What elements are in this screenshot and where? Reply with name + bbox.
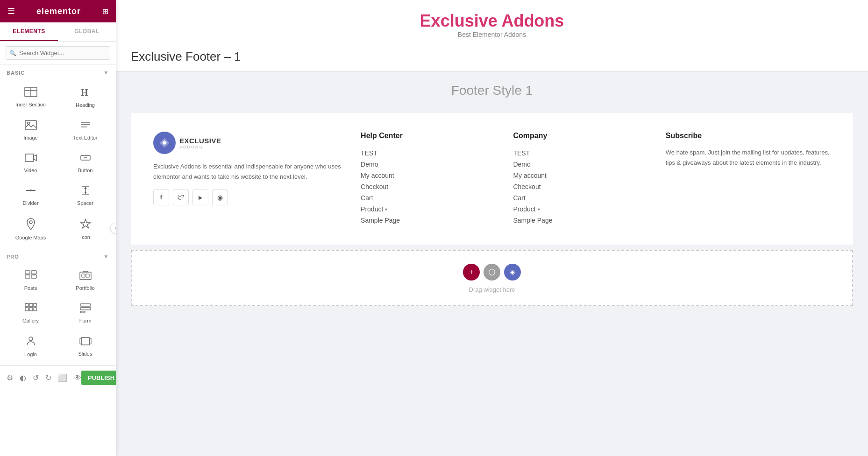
company-link-sample[interactable]: Sample Page — [513, 217, 650, 224]
portfolio-icon — [79, 270, 92, 282]
svg-point-17 — [29, 221, 32, 224]
svg-point-34 — [29, 337, 33, 341]
sidebar-tabs: ELEMENTS GLOBAL — [0, 22, 116, 42]
canvas: Footer Style 1 EXC — [116, 72, 868, 456]
main-content: Exclusive Addons Best Elementor Addons E… — [116, 0, 868, 456]
list-item: My account — [361, 170, 498, 181]
youtube-icon[interactable]: ▶ — [192, 189, 208, 205]
company-links: TEST Demo My account Checkout Cart Produ… — [513, 147, 650, 226]
widget-button[interactable]: Button — [58, 146, 112, 178]
widget-gallery[interactable]: Gallery — [4, 296, 57, 328]
widget-posts[interactable]: Posts — [4, 264, 57, 295]
move-widget-button[interactable]: ⬡ — [484, 264, 500, 281]
gallery-icon — [25, 303, 37, 315]
help-link-sample[interactable]: Sample Page — [361, 217, 498, 224]
google-maps-icon — [26, 218, 36, 232]
company-link-checkout[interactable]: Checkout — [513, 183, 650, 190]
add-widget-button[interactable]: + — [463, 264, 480, 281]
tab-elements[interactable]: ELEMENTS — [0, 22, 58, 41]
widget-video[interactable]: Video — [4, 146, 57, 178]
widget-search-container: 🔍 — [0, 42, 116, 65]
svg-rect-35 — [81, 337, 90, 345]
help-link-cart[interactable]: Cart — [361, 194, 498, 202]
svg-text:H: H — [81, 87, 88, 98]
list-item: Sample Page — [513, 215, 650, 226]
help-link-demo[interactable]: Demo — [361, 161, 498, 168]
svg-rect-25 — [25, 303, 28, 307]
help-link-checkout[interactable]: Checkout — [361, 183, 498, 190]
widget-portfolio[interactable]: Portfolio — [58, 264, 112, 295]
widget-heading[interactable]: H Heading — [58, 80, 112, 112]
widget-image[interactable]: Image — [4, 113, 57, 145]
widget-divider[interactable]: Divider — [4, 179, 57, 210]
facebook-icon[interactable]: f — [153, 189, 169, 205]
company-link-test[interactable]: TEST — [513, 149, 650, 157]
help-link-myaccount[interactable]: My account — [361, 172, 498, 179]
widget-heading-label: Heading — [76, 102, 95, 108]
widget-form-label: Form — [79, 318, 92, 323]
bottom-icons-group: ⚙ ◐ ↺ ↻ ⬜ 👁 — [7, 373, 81, 382]
text-editor-icon — [79, 120, 92, 132]
widget-text-editor-label: Text Editor — [73, 135, 98, 140]
company-link-product[interactable]: Product ▾ — [513, 205, 650, 213]
brand-logo-icon — [153, 132, 176, 154]
tab-global[interactable]: GLOBAL — [58, 22, 116, 41]
instagram-icon[interactable]: ◉ — [212, 189, 228, 205]
dropdown-arrow-icon: ▾ — [538, 207, 540, 212]
list-item: Product ▾ — [361, 203, 498, 215]
logo-widget-button[interactable]: ◈ — [504, 264, 521, 281]
svg-point-5 — [27, 122, 29, 125]
company-link-demo[interactable]: Demo — [513, 161, 650, 168]
dropdown-arrow-icon: ▾ — [385, 207, 387, 212]
brand-logo-text: EXCLUSIVE ADDONS — [179, 137, 221, 149]
subscribe-heading: Subscribe — [666, 132, 831, 140]
help-center-links: TEST Demo My account Checkout Cart Produ… — [361, 147, 498, 226]
widget-icon[interactable]: Icon — [58, 211, 112, 245]
responsive-icon[interactable]: ⬜ — [58, 373, 67, 382]
svg-rect-28 — [25, 308, 28, 311]
image-icon — [25, 120, 37, 132]
widget-posts-label: Posts — [24, 285, 37, 291]
widget-inner-section[interactable]: Inner Section — [4, 80, 57, 112]
theme-icon[interactable]: ◐ — [20, 373, 26, 382]
section-basic-header[interactable]: BASIC ▼ — [0, 65, 116, 80]
eye-icon[interactable]: 👁 — [74, 374, 81, 382]
publish-button[interactable]: PUBLISH — [81, 371, 116, 385]
widget-slides[interactable]: Slides — [58, 329, 112, 362]
widget-google-maps[interactable]: Google Maps — [4, 211, 57, 245]
chevron-pro-icon: ▼ — [103, 253, 109, 260]
icon-widget-icon — [80, 218, 91, 232]
settings-icon[interactable]: ⚙ — [7, 373, 13, 382]
company-link-cart[interactable]: Cart — [513, 194, 650, 202]
hamburger-icon[interactable]: ☰ — [7, 6, 15, 16]
grid-icon[interactable]: ⊞ — [102, 7, 108, 16]
svg-rect-32 — [80, 308, 91, 310]
svg-rect-20 — [31, 271, 36, 274]
footer-widget: EXCLUSIVE ADDONS Exclusive Addons is ess… — [131, 113, 853, 245]
search-input[interactable] — [6, 46, 110, 60]
svg-point-38 — [163, 141, 166, 145]
widget-login[interactable]: Login — [4, 329, 57, 362]
brand-description: Exclusive Addons is essential and indisp… — [153, 161, 346, 182]
section-pro-header[interactable]: PRO ▼ — [0, 249, 116, 264]
widget-divider-label: Divider — [22, 200, 38, 206]
svg-rect-31 — [80, 304, 91, 306]
svg-rect-27 — [34, 303, 36, 307]
help-link-test[interactable]: TEST — [361, 149, 498, 157]
widget-spacer[interactable]: Spacer — [58, 179, 112, 210]
twitter-icon[interactable] — [173, 189, 189, 205]
undo-icon[interactable]: ↺ — [33, 373, 39, 382]
subscribe-description: We hate spam. Just join the mailing list… — [666, 147, 831, 168]
help-link-product[interactable]: Product ▾ — [361, 205, 498, 213]
login-icon — [25, 336, 36, 349]
sidebar-header: ☰ elementor ⊞ — [0, 0, 116, 22]
widget-form[interactable]: Form — [58, 296, 112, 328]
company-link-myaccount[interactable]: My account — [513, 172, 650, 179]
redo-icon[interactable]: ↻ — [45, 373, 51, 382]
inner-section-icon — [24, 87, 37, 99]
help-center-heading: Help Center — [361, 132, 498, 140]
section-pro-label: PRO — [7, 254, 19, 260]
section-basic-label: BASIC — [7, 70, 25, 76]
widget-text-editor[interactable]: Text Editor — [58, 113, 112, 145]
footer-brand-column: EXCLUSIVE ADDONS Exclusive Addons is ess… — [153, 132, 346, 226]
